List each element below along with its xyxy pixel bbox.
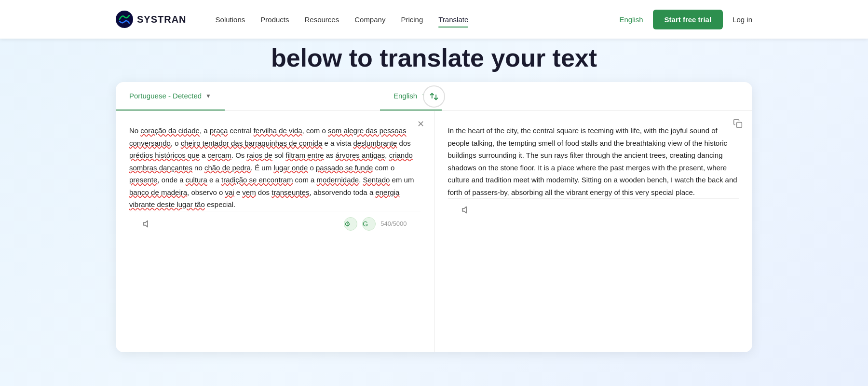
text-panels: ✕ No coração da cidade, a praça central …	[116, 111, 752, 352]
char-count: 540/5000	[380, 220, 407, 227]
nav-products[interactable]: Products	[260, 14, 289, 26]
page-title: below to translate your text	[0, 43, 868, 72]
translator-wrapper: Portuguese - Detected ▼ English ▼ ✕	[96, 82, 772, 372]
source-language-selector[interactable]: Portuguese - Detected ▼	[116, 82, 225, 110]
target-panel: In the heart of the city, the central sq…	[434, 111, 753, 352]
svg-rect-2	[737, 123, 742, 128]
swap-languages-button[interactable]	[423, 85, 445, 108]
language-selector[interactable]: English	[619, 15, 643, 24]
source-panel-footer: ⚙ G 540/5000	[129, 211, 420, 238]
header-right: English Start free trial Log in	[619, 10, 752, 29]
svg-marker-3	[462, 207, 466, 213]
target-panel-footer	[448, 198, 739, 223]
nav-pricing[interactable]: Pricing	[401, 14, 423, 26]
nav-solutions[interactable]: Solutions	[216, 14, 245, 26]
spellcheck-icon[interactable]: ⚙	[344, 217, 357, 231]
svg-marker-1	[144, 221, 148, 227]
source-lang-chevron-icon: ▼	[205, 93, 211, 99]
badge-icons: ⚙ G	[344, 217, 376, 231]
target-text: In the heart of the city, the central sq…	[448, 124, 739, 198]
nav-translate[interactable]: Translate	[438, 14, 468, 26]
main-nav: Solutions Products Resources Company Pri…	[216, 14, 600, 26]
header: SYSTRAN Solutions Products Resources Com…	[0, 0, 868, 39]
nav-resources[interactable]: Resources	[305, 14, 339, 26]
copy-translation-button[interactable]	[733, 119, 743, 131]
target-speak-button[interactable]	[461, 205, 472, 215]
page-title-area: below to translate your text	[0, 39, 868, 82]
source-language-label: Portuguese - Detected	[129, 92, 202, 100]
logo[interactable]: SYSTRAN	[116, 11, 187, 28]
nav-company[interactable]: Company	[354, 14, 385, 26]
source-panel: ✕ No coração da cidade, a praça central …	[116, 111, 434, 352]
target-language-label: English	[393, 92, 417, 100]
logo-text: SYSTRAN	[137, 14, 187, 25]
login-link[interactable]: Log in	[732, 15, 752, 24]
source-text[interactable]: No coração da cidade, a praça central fe…	[129, 124, 420, 211]
start-trial-button[interactable]: Start free trial	[653, 10, 723, 29]
source-footer-icons	[143, 219, 153, 229]
source-speak-button[interactable]	[143, 219, 153, 229]
grammar-icon[interactable]: G	[362, 217, 376, 231]
clear-source-button[interactable]: ✕	[417, 119, 424, 129]
svg-point-0	[116, 11, 133, 28]
translator-card: Portuguese - Detected ▼ English ▼ ✕	[116, 82, 752, 352]
language-bar: Portuguese - Detected ▼ English ▼	[116, 82, 752, 111]
